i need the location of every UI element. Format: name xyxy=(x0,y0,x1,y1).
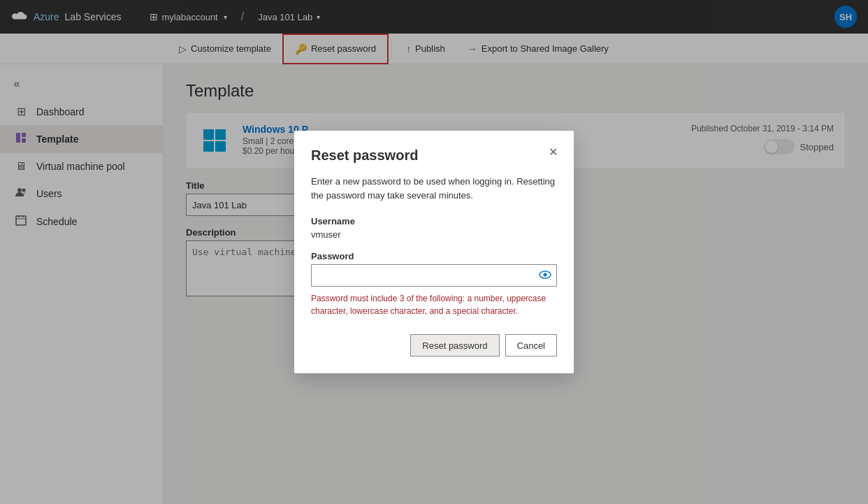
password-visibility-toggle[interactable] xyxy=(539,269,551,282)
username-value: vmuser xyxy=(311,229,557,240)
modal-close-button[interactable]: ✕ xyxy=(543,142,563,161)
password-hint: Password must include 3 of the following… xyxy=(311,292,557,317)
password-label: Password xyxy=(311,251,557,261)
modal-description: Enter a new password to be used when log… xyxy=(311,175,557,202)
username-label: Username xyxy=(311,216,557,226)
password-input-wrapper xyxy=(311,264,557,287)
svg-point-10 xyxy=(544,273,547,277)
modal-reset-button[interactable]: Reset password xyxy=(410,334,499,357)
modal-title: Reset password xyxy=(311,147,557,164)
password-input[interactable] xyxy=(311,264,557,287)
modal-footer: Reset password Cancel xyxy=(311,334,557,357)
modal-cancel-button[interactable]: Cancel xyxy=(505,334,557,357)
reset-password-modal: Reset password ✕ Enter a new password to… xyxy=(294,131,574,373)
modal-overlay: Reset password ✕ Enter a new password to… xyxy=(0,0,868,504)
